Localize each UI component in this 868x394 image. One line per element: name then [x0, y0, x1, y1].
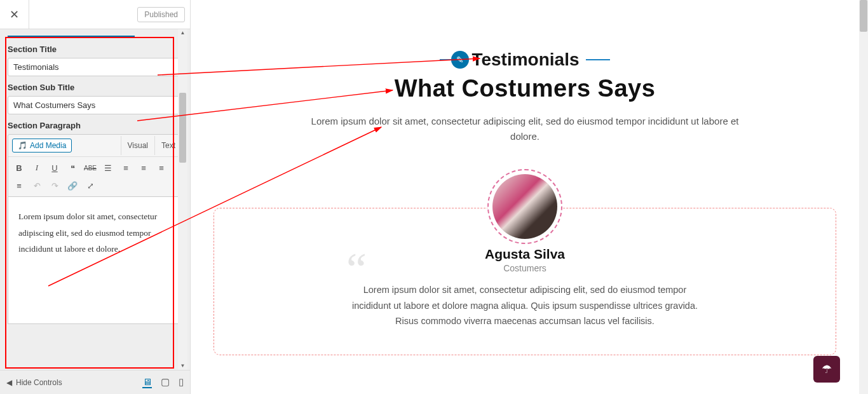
- undo-button[interactable]: ↶: [29, 177, 45, 194]
- accent-line-right: [586, 59, 610, 60]
- testimonial-text: Lorem ipsum dolor sit amet, consectetur …: [347, 282, 703, 329]
- scroll-up-icon[interactable]: ▲: [178, 29, 187, 37]
- section-subtitle-input[interactable]: [8, 96, 182, 114]
- device-mobile-icon[interactable]: ▯: [179, 376, 184, 388]
- section-title-input[interactable]: [8, 58, 182, 76]
- preview-section-paragraph: Lorem ipsum dolor sit amet, consectetur …: [309, 114, 741, 144]
- sidebar-header: ✕ Published: [0, 0, 190, 29]
- link-button[interactable]: 🔗: [64, 177, 81, 194]
- section-heading-row: ✎ Testimonials: [203, 50, 846, 70]
- scroll-down-icon[interactable]: ▼: [178, 362, 187, 370]
- collapse-icon: ◀: [6, 378, 12, 387]
- edit-pencil-icon[interactable]: ✎: [451, 51, 469, 69]
- editor-mode-tabs: Visual Text: [121, 136, 182, 155]
- hide-controls-button[interactable]: ◀ Hide Controls: [6, 378, 62, 387]
- panel-body: Section Title Section Sub Title Section …: [0, 29, 190, 370]
- hide-controls-label: Hide Controls: [16, 378, 62, 387]
- bullet-list-button[interactable]: ☰: [100, 160, 116, 176]
- add-media-button[interactable]: 🎵 Add Media: [12, 139, 72, 153]
- quote-button[interactable]: ❝: [64, 160, 81, 176]
- umbrella-icon: ☂: [822, 362, 832, 376]
- align-center-button[interactable]: ≡: [153, 160, 170, 176]
- align-right-button[interactable]: ≡: [11, 177, 27, 194]
- bold-button[interactable]: B: [11, 160, 27, 176]
- device-switcher: 🖥 ▢ ▯: [142, 376, 184, 388]
- scroll-to-top-button[interactable]: ☂: [813, 356, 840, 383]
- publish-button[interactable]: Published: [137, 7, 185, 22]
- testimonial-person-name: Agusta Silva: [252, 247, 797, 262]
- section-title-label: Section Title: [8, 44, 182, 54]
- tab-visual[interactable]: Visual: [121, 136, 154, 155]
- redo-button[interactable]: ↷: [46, 177, 63, 194]
- align-left-button[interactable]: ≡: [135, 160, 152, 176]
- device-desktop-icon[interactable]: 🖥: [142, 376, 152, 388]
- strike-button[interactable]: ABE: [82, 160, 98, 176]
- page-scrollbar-thumb[interactable]: [860, 0, 867, 32]
- section-subtitle-label: Section Sub Title: [8, 83, 182, 92]
- underline-button[interactable]: U: [46, 160, 63, 176]
- italic-button[interactable]: I: [29, 160, 45, 176]
- customizer-sidebar: ✕ Published Section Title Section Sub Ti…: [0, 0, 191, 394]
- close-button[interactable]: ✕: [0, 0, 29, 29]
- panel-scrollbar[interactable]: ▲ ▼: [178, 29, 187, 370]
- wysiwyg-toolbar: 🎵 Add Media Visual Text B I U ❝ ABE ☰ ≡ …: [8, 134, 182, 197]
- panel-scrollbar-thumb[interactable]: [179, 93, 186, 163]
- page-scrollbar[interactable]: [859, 0, 868, 394]
- preview-section-title: Testimonials: [471, 50, 579, 70]
- numbered-list-button[interactable]: ≡: [118, 160, 134, 176]
- accordion-active-indicator: [8, 36, 135, 38]
- testimonial-card: Agusta Silva Costumers “ Lorem ipsum dol…: [214, 208, 836, 355]
- avatar: [487, 169, 562, 244]
- fullscreen-button[interactable]: ⤢: [82, 177, 98, 194]
- media-icon: 🎵: [18, 141, 27, 150]
- preview-section-subtitle: What Costumers Says: [203, 75, 846, 102]
- sidebar-footer: ◀ Hide Controls 🖥 ▢ ▯: [0, 370, 190, 394]
- avatar-image: [492, 174, 557, 239]
- device-tablet-icon[interactable]: ▢: [161, 376, 170, 388]
- add-media-label: Add Media: [30, 141, 66, 150]
- testimonial-person-role: Costumers: [252, 263, 797, 273]
- section-paragraph-label: Section Paragraph: [8, 121, 182, 130]
- preview-pane: ✎ Testimonials What Costumers Says Lorem…: [191, 0, 859, 394]
- editor-content-area[interactable]: Lorem ipsum dolor sit amet, consectetur …: [8, 197, 182, 324]
